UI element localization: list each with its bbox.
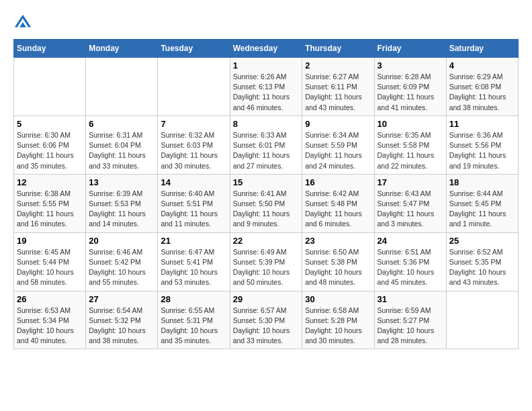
calendar-cell [158,58,230,116]
calendar-cell [86,58,158,116]
calendar-header-row: SundayMondayTuesdayWednesdayThursdayFrid… [14,40,519,58]
day-info: Sunrise: 6:39 AM Sunset: 5:53 PM Dayligh… [89,189,154,230]
logo [13,13,35,32]
calendar-cell: 24Sunrise: 6:51 AM Sunset: 5:36 PM Dayli… [374,232,446,291]
day-number: 27 [89,294,154,304]
logo-icon [13,13,32,32]
day-number: 3 [378,60,443,71]
calendar-cell: 31Sunrise: 6:59 AM Sunset: 5:27 PM Dayli… [374,291,446,349]
day-info: Sunrise: 6:31 AM Sunset: 6:04 PM Dayligh… [89,130,154,171]
column-header-saturday: Saturday [446,40,518,58]
calendar-cell [446,291,518,349]
calendar-cell: 30Sunrise: 6:58 AM Sunset: 5:28 PM Dayli… [302,291,374,349]
column-header-monday: Monday [86,40,158,58]
day-info: Sunrise: 6:47 AM Sunset: 5:41 PM Dayligh… [161,247,226,288]
column-header-friday: Friday [374,40,446,58]
page-header [13,13,519,32]
day-number: 9 [305,119,371,129]
calendar-cell: 8Sunrise: 6:33 AM Sunset: 6:01 PM Daylig… [230,116,302,174]
day-number: 10 [378,119,443,129]
day-number: 16 [305,177,371,187]
day-number: 7 [161,119,226,129]
day-info: Sunrise: 6:38 AM Sunset: 5:55 PM Dayligh… [17,189,83,230]
day-number: 1 [233,60,300,71]
calendar-cell: 11Sunrise: 6:36 AM Sunset: 5:56 PM Dayli… [446,116,518,174]
calendar-cell: 13Sunrise: 6:39 AM Sunset: 5:53 PM Dayli… [86,174,158,232]
day-number: 18 [449,177,515,187]
day-number: 2 [305,60,371,71]
day-number: 26 [17,294,83,304]
day-number: 8 [233,119,300,129]
day-info: Sunrise: 6:41 AM Sunset: 5:50 PM Dayligh… [233,189,300,230]
day-info: Sunrise: 6:57 AM Sunset: 5:30 PM Dayligh… [233,306,300,347]
day-number: 5 [17,119,83,129]
day-info: Sunrise: 6:45 AM Sunset: 5:44 PM Dayligh… [17,247,83,288]
day-info: Sunrise: 6:35 AM Sunset: 5:58 PM Dayligh… [378,130,443,171]
day-info: Sunrise: 6:34 AM Sunset: 5:59 PM Dayligh… [305,130,371,171]
day-number: 4 [449,60,515,71]
day-info: Sunrise: 6:49 AM Sunset: 5:39 PM Dayligh… [233,247,300,288]
calendar-cell: 5Sunrise: 6:30 AM Sunset: 6:06 PM Daylig… [14,116,86,174]
calendar-cell: 14Sunrise: 6:40 AM Sunset: 5:51 PM Dayli… [158,174,230,232]
calendar-cell: 29Sunrise: 6:57 AM Sunset: 5:30 PM Dayli… [230,291,302,349]
day-number: 30 [305,294,371,304]
day-info: Sunrise: 6:51 AM Sunset: 5:36 PM Dayligh… [378,247,443,288]
day-info: Sunrise: 6:52 AM Sunset: 5:35 PM Dayligh… [449,247,515,288]
calendar-cell: 19Sunrise: 6:45 AM Sunset: 5:44 PM Dayli… [14,232,86,291]
column-header-wednesday: Wednesday [230,40,302,58]
day-info: Sunrise: 6:43 AM Sunset: 5:47 PM Dayligh… [378,189,443,230]
day-info: Sunrise: 6:58 AM Sunset: 5:28 PM Dayligh… [305,306,371,347]
column-header-thursday: Thursday [302,40,374,58]
week-row-5: 26Sunrise: 6:53 AM Sunset: 5:34 PM Dayli… [14,291,519,349]
day-info: Sunrise: 6:54 AM Sunset: 5:32 PM Dayligh… [89,306,154,347]
calendar-cell: 21Sunrise: 6:47 AM Sunset: 5:41 PM Dayli… [158,232,230,291]
calendar-cell: 12Sunrise: 6:38 AM Sunset: 5:55 PM Dayli… [14,174,86,232]
day-number: 28 [161,294,226,304]
calendar-cell: 23Sunrise: 6:50 AM Sunset: 5:38 PM Dayli… [302,232,374,291]
column-header-sunday: Sunday [14,40,86,58]
calendar-cell: 26Sunrise: 6:53 AM Sunset: 5:34 PM Dayli… [14,291,86,349]
calendar-cell: 10Sunrise: 6:35 AM Sunset: 5:58 PM Dayli… [374,116,446,174]
day-number: 21 [161,236,226,246]
calendar-cell: 7Sunrise: 6:32 AM Sunset: 6:03 PM Daylig… [158,116,230,174]
day-number: 13 [89,177,154,187]
day-info: Sunrise: 6:40 AM Sunset: 5:51 PM Dayligh… [161,189,226,230]
day-info: Sunrise: 6:27 AM Sunset: 6:11 PM Dayligh… [305,72,371,113]
day-info: Sunrise: 6:29 AM Sunset: 6:08 PM Dayligh… [449,72,515,113]
calendar-cell: 6Sunrise: 6:31 AM Sunset: 6:04 PM Daylig… [86,116,158,174]
calendar-cell: 4Sunrise: 6:29 AM Sunset: 6:08 PM Daylig… [446,58,518,116]
week-row-4: 19Sunrise: 6:45 AM Sunset: 5:44 PM Dayli… [14,232,519,291]
day-info: Sunrise: 6:30 AM Sunset: 6:06 PM Dayligh… [17,130,83,171]
day-number: 23 [305,236,371,246]
day-number: 19 [17,236,83,246]
day-number: 11 [449,119,515,129]
day-number: 15 [233,177,300,187]
calendar-cell: 9Sunrise: 6:34 AM Sunset: 5:59 PM Daylig… [302,116,374,174]
calendar-cell: 17Sunrise: 6:43 AM Sunset: 5:47 PM Dayli… [374,174,446,232]
calendar-cell: 2Sunrise: 6:27 AM Sunset: 6:11 PM Daylig… [302,58,374,116]
day-info: Sunrise: 6:32 AM Sunset: 6:03 PM Dayligh… [161,130,226,171]
day-info: Sunrise: 6:26 AM Sunset: 6:13 PM Dayligh… [233,72,300,113]
calendar-cell: 3Sunrise: 6:28 AM Sunset: 6:09 PM Daylig… [374,58,446,116]
day-number: 24 [378,236,443,246]
calendar-cell: 27Sunrise: 6:54 AM Sunset: 5:32 PM Dayli… [86,291,158,349]
day-number: 22 [233,236,300,246]
day-info: Sunrise: 6:53 AM Sunset: 5:34 PM Dayligh… [17,306,83,347]
day-number: 12 [17,177,83,187]
calendar-cell: 15Sunrise: 6:41 AM Sunset: 5:50 PM Dayli… [230,174,302,232]
day-info: Sunrise: 6:44 AM Sunset: 5:45 PM Dayligh… [449,189,515,230]
calendar-cell: 28Sunrise: 6:55 AM Sunset: 5:31 PM Dayli… [158,291,230,349]
day-number: 25 [449,236,515,246]
column-header-tuesday: Tuesday [158,40,230,58]
day-number: 17 [378,177,443,187]
day-info: Sunrise: 6:50 AM Sunset: 5:38 PM Dayligh… [305,247,371,288]
calendar-cell: 25Sunrise: 6:52 AM Sunset: 5:35 PM Dayli… [446,232,518,291]
day-number: 20 [89,236,154,246]
calendar-cell: 20Sunrise: 6:46 AM Sunset: 5:42 PM Dayli… [86,232,158,291]
day-info: Sunrise: 6:36 AM Sunset: 5:56 PM Dayligh… [449,130,515,171]
calendar-cell [14,58,86,116]
day-info: Sunrise: 6:46 AM Sunset: 5:42 PM Dayligh… [89,247,154,288]
calendar-cell: 22Sunrise: 6:49 AM Sunset: 5:39 PM Dayli… [230,232,302,291]
calendar-cell: 16Sunrise: 6:42 AM Sunset: 5:48 PM Dayli… [302,174,374,232]
week-row-2: 5Sunrise: 6:30 AM Sunset: 6:06 PM Daylig… [14,116,519,174]
